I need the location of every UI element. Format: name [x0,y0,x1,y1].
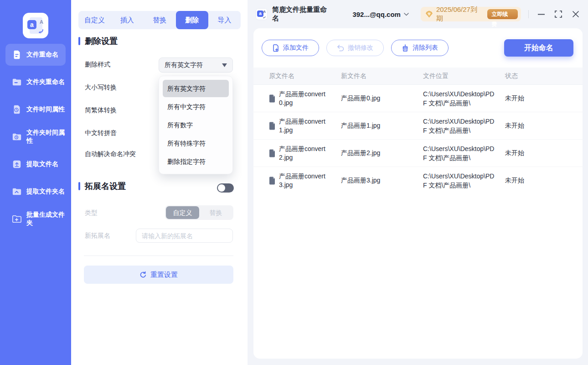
caret-down-icon [222,63,227,67]
tab-replace[interactable]: 替换 [143,11,175,29]
delete-settings-heading: 删除设置 [78,36,118,47]
table-row: 产品画册convert1.jpg 产品画册1.jpg C:\Users\XU\D… [253,112,583,140]
extension-settings-heading: 拓展名设置 [78,181,126,192]
option-all-english[interactable]: 所有英文字符 [163,80,229,97]
column-status: 状态 [505,72,583,80]
simplified-traditional-label: 简繁体转换 [85,106,117,115]
new-filename: 产品画册3.jpg [341,177,423,185]
logo-a-badge: a [27,20,36,29]
tab-delete[interactable]: 删除 [176,11,208,29]
new-filename: 产品画册2.jpg [341,149,423,157]
status: 未开始 [505,122,583,130]
table-header: 原文件名 新文件名 文件位置 状态 [253,68,583,85]
extract-filename-icon [12,159,22,169]
sidebar-item-label: 提取文件夹名 [26,188,65,196]
section-divider [84,256,233,256]
expiry-date: 2025/06/27到期 [436,5,484,23]
sidebar: a A 文件重命名 文件夹重命名 文件时间属性 文件夹时间属性 提取文件名 提取… [0,0,71,365]
vip-diamond-icon [425,10,433,18]
file-location: C:\Users\XU\Desktop\PDF 文档\产品画册\ [423,117,495,135]
file-time-icon [12,104,22,115]
titlebar-divider [528,10,529,18]
segment-custom[interactable]: 自定义 [166,206,199,219]
close-button[interactable] [569,7,583,21]
extension-type-segmented: 自定义 替换 [165,205,233,220]
app-title: 简鹿文件批量重命名 [272,5,334,23]
batch-create-folder-icon [12,214,22,224]
option-all-chinese[interactable]: 所有中文字符 [163,98,229,115]
sidebar-item-file-time[interactable]: 文件时间属性 [5,99,66,120]
file-location: C:\Users\XU\Desktop\PDF 文档\产品画册\ [423,144,495,162]
status: 未开始 [505,177,583,185]
undo-changes-button[interactable]: 撤销修改 [326,40,384,56]
heading-bar [78,37,80,45]
maximize-icon [555,10,562,18]
case-convert-label: 大小写转换 [85,83,117,92]
new-filename: 产品画册0.jpg [341,94,423,103]
status: 未开始 [505,94,583,103]
type-label: 类型 [85,209,98,217]
file-location: C:\Users\XU\Desktop\PDF 文档\产品画册\ [423,89,495,108]
option-specified-chars[interactable]: 删除指定字符 [163,153,229,170]
extract-foldername-icon [12,187,22,197]
sidebar-item-file-rename[interactable]: 文件重命名 [5,44,66,66]
status: 未开始 [505,149,583,157]
minimize-icon [538,14,545,15]
new-extension-input[interactable] [136,229,233,243]
close-icon [573,11,579,17]
sidebar-item-label: 文件夹时间属性 [26,129,66,145]
file-icon [269,177,275,185]
file-icon [269,149,275,157]
original-filename: 产品画册convert2.jpg [279,145,330,162]
app-icon: a A [256,8,268,20]
select-value: 所有英文字符 [165,61,203,69]
column-new-name: 新文件名 [341,72,423,80]
vip-expiry-badge: 2025/06/27到期 立即续费 [421,7,521,21]
mode-tabbar: 自定义 插入 替换 删除 导入 [78,11,241,29]
tab-insert[interactable]: 插入 [111,11,143,29]
table-row: 产品画册convert3.jpg 产品画册3.jpg C:\Users\XU\D… [253,167,583,194]
account-menu[interactable]: 392...@qq.com [352,10,409,18]
tab-custom[interactable]: 自定义 [78,11,111,29]
renew-button[interactable]: 立即续费 [487,9,518,19]
sidebar-item-batch-create-folder[interactable]: 批量生成文件夹 [5,208,66,230]
original-filename: 产品画册convert1.jpg [279,117,330,135]
sidebar-item-extract-filename[interactable]: 提取文件名 [5,153,66,175]
heading-bar [78,182,80,190]
column-location: 文件位置 [423,72,505,80]
add-files-button[interactable]: 添加文件 [262,40,319,56]
folder-rename-icon [12,77,22,87]
sidebar-item-folder-rename[interactable]: 文件夹重命名 [5,71,66,93]
minimize-button[interactable] [534,7,548,21]
original-filename: 产品画册convert3.jpg [279,172,330,189]
sidebar-item-label: 文件重命名 [26,51,58,59]
settings-panel: 自定义 插入 替换 删除 导入 删除设置 删除样式 所有英文字符 大小写转换 简… [71,0,248,365]
app-logo: a A [23,13,48,38]
chevron-down-icon [404,13,409,16]
maximize-button[interactable] [552,7,565,21]
tab-import[interactable]: 导入 [208,11,241,29]
option-all-digits[interactable]: 所有数字 [163,116,229,134]
sidebar-item-label: 文件时间属性 [26,105,65,114]
sidebar-item-label: 提取文件名 [26,160,58,168]
file-location: C:\Users\XU\Desktop\PDF 文档\产品画册\ [423,172,495,190]
sidebar-item-folder-time[interactable]: 文件夹时间属性 [5,126,66,148]
file-icon [269,94,275,103]
sidebar-item-extract-foldername[interactable]: 提取文件夹名 [5,181,66,203]
reset-settings-button[interactable]: 重置设置 [84,266,233,284]
auto-conflict-label: 自动解决命名冲突 [85,150,136,158]
segment-replace[interactable]: 替换 [199,206,232,219]
extension-toggle[interactable] [217,183,234,193]
start-rename-button[interactable]: 开始命名 [504,39,573,57]
app-window: a A 文件重命名 文件夹重命名 文件时间属性 文件夹时间属性 提取文件名 提取… [0,0,588,365]
delete-style-select[interactable]: 所有英文字符 [159,57,233,73]
logo-A-letter: A [40,19,43,25]
file-list-card: 添加文件 撤销修改 清除列表 开始命名 原文件名 新文件名 文件位置 状态 [253,28,583,359]
clear-list-button[interactable]: 清除列表 [391,40,449,56]
pinyin-convert-label: 中文转拼音 [85,129,117,137]
folder-time-icon [12,132,22,142]
app-icon-A-letter: A [263,10,266,14]
option-all-special[interactable]: 所有特殊字符 [163,135,229,152]
app-icon-arrow [263,16,266,19]
table-row: 产品画册convert2.jpg 产品画册2.jpg C:\Users\XU\D… [253,140,583,167]
